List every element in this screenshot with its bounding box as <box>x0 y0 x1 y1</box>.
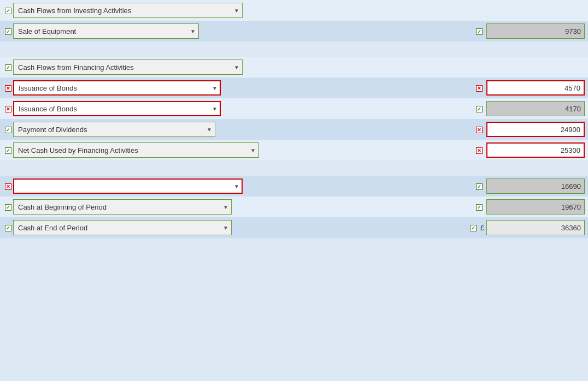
net-cash-select[interactable]: Net Cash Used by Financing Activities <box>13 142 259 158</box>
issuance2-value-input[interactable] <box>486 101 585 116</box>
issuance2-value-cell: ✓ <box>474 101 585 116</box>
financing-header-select[interactable]: Cash Flows from Financing Activities <box>13 59 243 75</box>
check-icon: ✓ <box>5 28 11 35</box>
error-icon: ✕ <box>5 106 11 112</box>
cash-end-value-input[interactable] <box>486 220 585 235</box>
check-icon: ✓ <box>5 127 11 133</box>
cash-end-value-cell: ✓ £ <box>468 220 585 235</box>
check-icon: ✓ <box>476 28 483 35</box>
dividends-select-wrapper: Payment of Dividends ▼ <box>13 122 215 137</box>
check-icon: ✓ <box>476 183 483 190</box>
cash-begin-value-checkbox[interactable]: ✓ <box>474 203 484 211</box>
net-cash-financing-row: ✓ Net Cash Used by Financing Activities … <box>0 140 588 160</box>
financing-header-row: ✓ Cash Flows from Financing Activities ▼ <box>0 57 588 78</box>
cash-begin-checkbox[interactable]: ✓ <box>3 203 13 211</box>
issuance1-select-wrapper: Issuance of Bonds ▼ <box>13 80 221 96</box>
issuance2-select-wrapper: Issuance of Bonds ▼ <box>13 101 221 116</box>
spacer-1 <box>0 41 588 49</box>
cash-end-checkbox[interactable]: ✓ <box>3 224 13 231</box>
sale-select[interactable]: Sale of Equipment <box>13 23 199 39</box>
issuance1-select[interactable]: Issuance of Bonds <box>13 80 221 96</box>
error-icon: ✕ <box>476 85 483 92</box>
blank-select-wrapper: ▼ <box>13 178 243 194</box>
spacer-2 <box>0 49 588 57</box>
financing-header-checkbox[interactable]: ✓ <box>3 63 13 71</box>
issuance2-value-checkbox[interactable]: ✓ <box>474 105 484 112</box>
check-icon: ✓ <box>5 147 11 154</box>
issuance1-checkbox[interactable]: ✕ <box>3 84 13 92</box>
sale-select-wrapper: Sale of Equipment ▼ <box>13 23 199 39</box>
check-icon: ✓ <box>5 64 11 71</box>
financing-header-select-wrapper: Cash Flows from Financing Activities ▼ <box>13 59 243 75</box>
spacer-4 <box>0 168 588 176</box>
net-cash-value-checkbox[interactable]: ✕ <box>474 146 484 154</box>
dividends-value-checkbox[interactable]: ✕ <box>474 126 484 133</box>
cash-end-row: ✓ Cash at End of Period ▼ ✓ £ <box>0 217 588 238</box>
currency-prefix: £ <box>480 224 484 232</box>
cash-end-select[interactable]: Cash at End of Period <box>13 220 232 235</box>
cash-end-value-checkbox[interactable]: ✓ <box>468 224 478 231</box>
cash-beginning-row: ✓ Cash at Beginning of Period ▼ ✓ <box>0 197 588 217</box>
issuance1-value-input[interactable] <box>486 80 585 96</box>
cash-end-select-wrapper: Cash at End of Period ▼ <box>13 220 232 235</box>
error-icon: ✕ <box>476 127 483 133</box>
spacer-3 <box>0 160 588 168</box>
investing-header-select-wrapper: Cash Flows from Investing Activities ▼ <box>13 3 243 18</box>
issuance-bonds-1-row: ✕ Issuance of Bonds ▼ ✕ <box>0 78 588 98</box>
cash-begin-select-wrapper: Cash at Beginning of Period ▼ <box>13 199 232 215</box>
issuance1-value-cell: ✕ <box>474 80 585 96</box>
blank-value-checkbox[interactable]: ✓ <box>474 182 484 190</box>
issuance-bonds-2-row: ✕ Issuance of Bonds ▼ ✓ <box>0 98 588 119</box>
cash-begin-select[interactable]: Cash at Beginning of Period <box>13 199 232 215</box>
main-page: ✓ Cash Flows from Investing Activities ▼… <box>0 0 588 381</box>
blank-checkbox[interactable]: ✕ <box>3 182 13 190</box>
net-cash-value-cell: ✕ <box>474 142 585 158</box>
check-icon: ✓ <box>476 204 483 211</box>
cash-begin-value-cell: ✓ <box>474 199 585 215</box>
blank-row: ✕ ▼ ✓ <box>0 176 588 197</box>
dividends-value-cell: ✕ <box>474 122 585 137</box>
dividends-select[interactable]: Payment of Dividends <box>13 122 215 137</box>
issuance2-select[interactable]: Issuance of Bonds <box>13 101 221 116</box>
net-cash-select-wrapper: Net Cash Used by Financing Activities ▼ <box>13 142 259 158</box>
investing-header-select[interactable]: Cash Flows from Investing Activities <box>13 3 243 18</box>
investing-header-checkbox[interactable]: ✓ <box>3 7 13 14</box>
error-icon: ✕ <box>5 183 11 190</box>
dividends-value-input[interactable] <box>486 122 585 137</box>
issuance1-value-checkbox[interactable]: ✕ <box>474 84 484 92</box>
error-icon: ✕ <box>476 147 483 154</box>
check-icon: ✓ <box>5 8 11 14</box>
error-icon: ✕ <box>5 85 11 92</box>
sale-value-input[interactable] <box>486 23 585 39</box>
cash-begin-value-input[interactable] <box>486 199 585 215</box>
check-icon: ✓ <box>476 106 483 112</box>
check-icon: ✓ <box>5 225 11 231</box>
sale-value-checkbox[interactable]: ✓ <box>474 27 484 35</box>
dividends-checkbox[interactable]: ✓ <box>3 126 13 133</box>
blank-select[interactable] <box>13 178 243 194</box>
blank-value-cell: ✓ <box>474 178 585 194</box>
issuance2-checkbox[interactable]: ✕ <box>3 105 13 112</box>
check-icon: ✓ <box>470 225 477 231</box>
blank-value-input[interactable] <box>486 178 585 194</box>
check-icon: ✓ <box>5 204 11 211</box>
sale-of-equipment-row: ✓ Sale of Equipment ▼ ✓ <box>0 21 588 41</box>
sale-checkbox[interactable]: ✓ <box>3 27 13 35</box>
net-cash-value-input[interactable] <box>486 142 585 158</box>
sale-value-cell: ✓ <box>474 23 585 39</box>
investing-header-row: ✓ Cash Flows from Investing Activities ▼ <box>0 0 588 21</box>
payment-dividends-row: ✓ Payment of Dividends ▼ ✕ <box>0 119 588 140</box>
net-cash-checkbox[interactable]: ✓ <box>3 146 13 154</box>
